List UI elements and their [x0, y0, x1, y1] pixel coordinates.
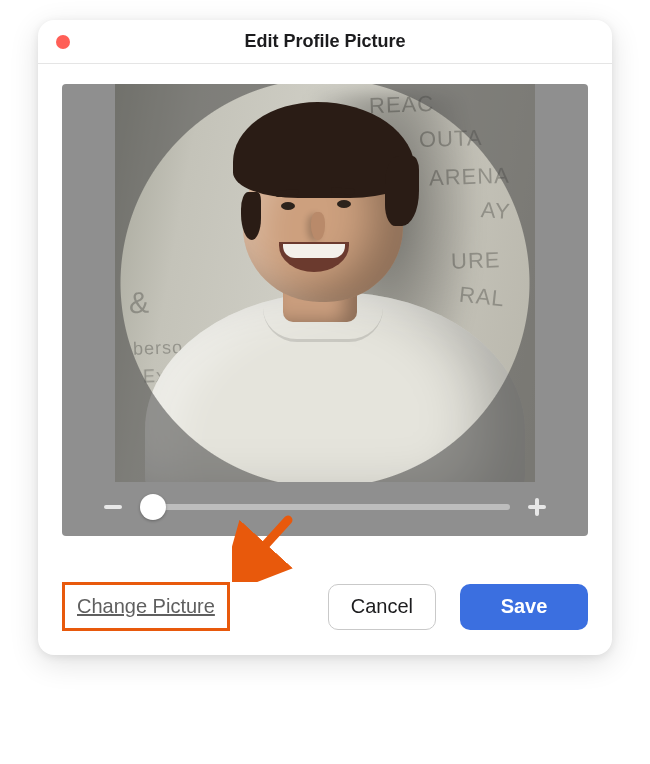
cancel-button[interactable]: Cancel [328, 584, 436, 630]
modal-content: REAC OUTA ARENA AY URE RAL & berso Exy [38, 64, 612, 655]
profile-photo: REAC OUTA ARENA AY URE RAL & berso Exy [115, 84, 535, 482]
action-button-row: Change Picture Cancel Save [62, 582, 588, 631]
save-button[interactable]: Save [460, 584, 588, 630]
modal-title: Edit Profile Picture [244, 31, 405, 52]
zoom-controls [62, 482, 588, 518]
close-icon[interactable] [56, 35, 70, 49]
edit-profile-picture-modal: Edit Profile Picture REAC OUTA ARENA AY … [38, 20, 612, 655]
zoom-in-icon[interactable] [526, 496, 548, 518]
zoom-slider-thumb[interactable] [140, 494, 166, 520]
zoom-out-icon[interactable] [102, 496, 124, 518]
change-picture-button[interactable]: Change Picture [62, 582, 230, 631]
image-crop-stage[interactable]: REAC OUTA ARENA AY URE RAL & berso Exy [115, 84, 535, 482]
zoom-slider-track [140, 504, 510, 510]
zoom-slider[interactable] [140, 496, 510, 518]
annotation-arrow-icon [232, 512, 302, 582]
svg-line-0 [248, 520, 288, 564]
image-editor-panel: REAC OUTA ARENA AY URE RAL & berso Exy [62, 84, 588, 536]
titlebar: Edit Profile Picture [38, 20, 612, 64]
